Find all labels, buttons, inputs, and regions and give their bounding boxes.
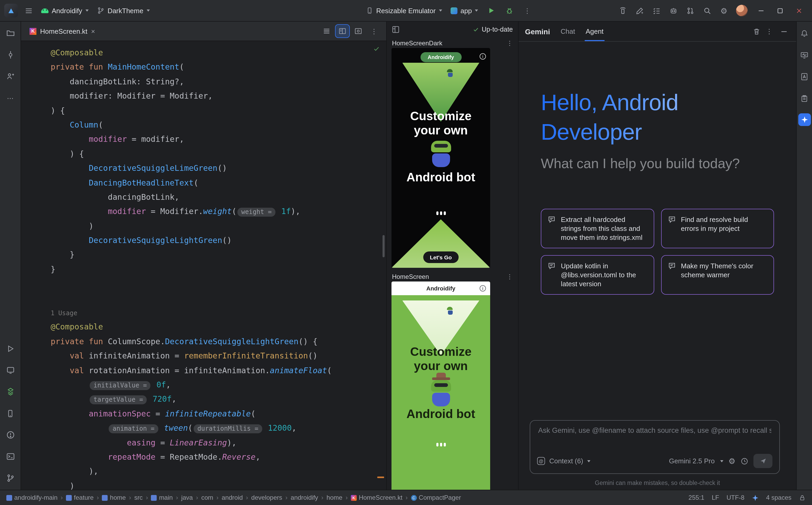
- code-line[interactable]: dancingBotLink: String?,: [51, 75, 386, 90]
- info-icon[interactable]: [480, 53, 486, 59]
- lets-go-button[interactable]: Let's Go: [423, 251, 459, 263]
- vcs-branch-selector[interactable]: DarkTheme: [94, 3, 153, 18]
- lock-icon[interactable]: [799, 494, 806, 501]
- settings-gear-icon[interactable]: ⚙: [716, 3, 732, 18]
- code-line[interactable]: DecorativeSquiggleLimeGreen(): [51, 161, 386, 176]
- tab-agent[interactable]: Agent: [586, 22, 604, 41]
- breadcrumb-item[interactable]: CCompactPager: [411, 494, 461, 501]
- more-tools-icon[interactable]: ⋯: [4, 92, 17, 105]
- code-line[interactable]: modifier = modifier,: [51, 133, 386, 147]
- editor-split-view-icon[interactable]: [336, 25, 349, 37]
- pull-requests-tool-icon[interactable]: [4, 70, 17, 83]
- run-tool-icon[interactable]: [4, 342, 17, 355]
- editor-options-icon[interactable]: ⋮: [367, 25, 381, 37]
- device-streaming-icon[interactable]: [615, 3, 630, 18]
- code-line[interactable]: ) {: [51, 147, 386, 161]
- logcat-tool-icon[interactable]: [798, 92, 811, 105]
- editor-preview-view-icon[interactable]: [351, 25, 365, 37]
- more-actions-button[interactable]: ⋮: [519, 3, 535, 18]
- breadcrumb-item[interactable]: main: [151, 494, 173, 501]
- debug-button[interactable]: [501, 3, 517, 18]
- code-line[interactable]: private fun MainHomeContent(: [51, 60, 386, 75]
- send-button[interactable]: [753, 454, 773, 468]
- commit-tool-icon[interactable]: [4, 48, 17, 61]
- version-control-tool-icon[interactable]: [4, 472, 17, 484]
- line-separator[interactable]: LF: [712, 494, 719, 501]
- code-line[interactable]: ): [51, 219, 386, 233]
- main-menu-button[interactable]: [21, 3, 36, 18]
- ui-check-tool-icon[interactable]: [4, 364, 17, 376]
- caret-position[interactable]: 255:1: [689, 494, 704, 501]
- code-line[interactable]: val infiniteAnimation = rememberInfinite…: [51, 349, 386, 363]
- terminal-tool-icon[interactable]: [4, 450, 17, 463]
- gemini-prompt-box[interactable]: Context (6) Gemini 2.5 Pro ⚙: [530, 420, 780, 474]
- code-line[interactable]: animation = tween(durationMillis = 12000…: [51, 421, 386, 436]
- gemini-options-icon[interactable]: ⋮: [764, 27, 775, 35]
- code-line[interactable]: animationSpec = infiniteRepeatable(: [51, 407, 386, 422]
- code-line[interactable]: val rotationAnimation = infiniteAnimatio…: [51, 363, 386, 378]
- code-line[interactable]: }: [51, 263, 386, 277]
- breadcrumb-item[interactable]: androidify-main: [6, 494, 57, 501]
- window-maximize-button[interactable]: [771, 3, 789, 18]
- preview-label-dark[interactable]: HomeScreenDark ⋮: [387, 39, 518, 47]
- code-line[interactable]: @Composable: [51, 320, 386, 335]
- breadcrumb-item[interactable]: developers: [251, 494, 282, 501]
- code-line[interactable]: ): [51, 479, 386, 490]
- breadcrumb-item[interactable]: KHomeScreen.kt: [351, 494, 402, 501]
- breadcrumb-item[interactable]: androidify: [291, 494, 318, 501]
- suggestion-card-build-errors[interactable]: Find and resolve build errors in my proj…: [661, 209, 774, 248]
- search-icon[interactable]: [699, 3, 715, 18]
- gemini-prompt-input[interactable]: [537, 426, 773, 435]
- code-line[interactable]: initialValue = 0f,: [51, 378, 386, 392]
- breadcrumb-item[interactable]: android: [222, 494, 243, 501]
- preview-homescreen[interactable]: Androidify Customize your own Android bo…: [391, 282, 490, 490]
- build-variants-tool-icon[interactable]: [4, 385, 17, 398]
- code-line[interactable]: modifier = Modifier.weight(weight = 1f),: [51, 205, 386, 219]
- suggestion-card-update-kotlin[interactable]: Update kotlin in @libs.version.toml to t…: [541, 255, 654, 295]
- file-encoding[interactable]: UTF-8: [726, 494, 744, 501]
- code-line[interactable]: DecorativeSquiggleLightGreen(): [51, 233, 386, 248]
- code-line[interactable]: DancingBotHeadlineText(: [51, 176, 386, 190]
- project-selector[interactable]: Androidify: [38, 3, 92, 18]
- code-line[interactable]: ),: [51, 465, 386, 479]
- inspections-status-icon[interactable]: [373, 45, 380, 52]
- notifications-bell-icon[interactable]: [798, 27, 811, 39]
- indent-style[interactable]: 4 spaces: [766, 494, 791, 501]
- run-button[interactable]: [484, 3, 499, 18]
- preview-layout-icon[interactable]: [392, 26, 399, 33]
- ai-agent-icon[interactable]: [665, 3, 681, 18]
- device-selector[interactable]: Resizable Emulator: [363, 3, 445, 18]
- context-selector[interactable]: Context (6): [549, 457, 583, 465]
- breadcrumb-item[interactable]: feature: [66, 494, 94, 501]
- problems-tool-icon[interactable]: [4, 429, 17, 441]
- preview-options-icon[interactable]: ⋮: [506, 39, 513, 47]
- emulator-tool-icon[interactable]: [4, 407, 17, 419]
- window-minimize-button[interactable]: [752, 3, 770, 18]
- warning-stripe-mark[interactable]: [377, 477, 384, 478]
- translations-tool-icon[interactable]: [798, 70, 811, 83]
- gemini-settings-icon[interactable]: ⚙: [728, 457, 735, 465]
- user-avatar[interactable]: [736, 5, 747, 16]
- code-line[interactable]: [51, 277, 386, 292]
- code-line[interactable]: [51, 291, 386, 306]
- suggestion-card-theme-warmer[interactable]: Make my Theme's color scheme warmer: [661, 255, 774, 295]
- tab-close-icon[interactable]: ×: [91, 28, 95, 34]
- breadcrumb-item[interactable]: home: [102, 494, 126, 501]
- code-line[interactable]: }: [51, 248, 386, 263]
- preview-label-light[interactable]: HomeScreen ⋮: [387, 273, 518, 281]
- code-line[interactable]: repeatMode = RepeatMode.Reverse,: [51, 450, 386, 465]
- breadcrumb-item[interactable]: java: [181, 494, 193, 501]
- tab-chat[interactable]: Chat: [561, 22, 575, 41]
- run-config-selector[interactable]: app: [447, 3, 481, 18]
- code-line[interactable]: @Composable: [51, 46, 386, 60]
- task-checklist-icon[interactable]: [649, 3, 664, 18]
- window-close-button[interactable]: [790, 3, 808, 18]
- editor-list-view-icon[interactable]: [320, 25, 333, 37]
- history-clock-icon[interactable]: [741, 457, 748, 465]
- project-tool-icon[interactable]: [4, 27, 17, 39]
- code-line[interactable]: private fun ColumnScope.DecorativeSquigg…: [51, 335, 386, 349]
- breadcrumb-item[interactable]: home: [327, 494, 342, 501]
- editor-tab-homescreen[interactable]: K HomeScreen.kt ×: [24, 22, 100, 41]
- code-line[interactable]: dancingBotLink,: [51, 190, 386, 205]
- gemini-tool-icon[interactable]: [798, 113, 811, 126]
